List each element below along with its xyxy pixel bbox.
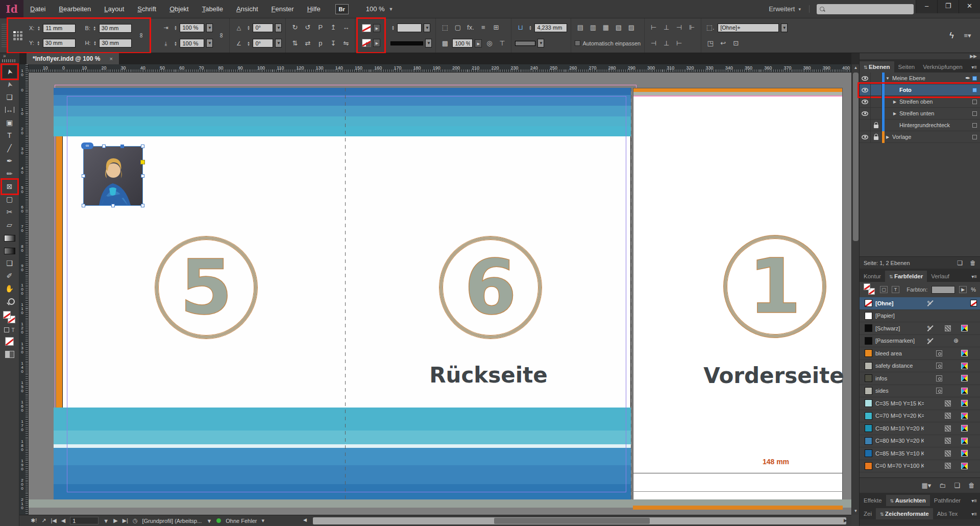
- lock-toggle[interactable]: [871, 108, 882, 119]
- fill-frame-icon[interactable]: ▤: [575, 22, 585, 33]
- tab-verknuepfungen[interactable]: Verknüpfungen: [919, 61, 966, 73]
- swatch-c0-70-100-0[interactable]: C=0 M=70 Y=100 K=0 ✎ ⊕: [860, 460, 980, 473]
- visibility-toggle[interactable]: [860, 119, 871, 131]
- swatch-passermarken[interactable]: [Passermarken] ✎ ⊕: [860, 335, 980, 348]
- search-box[interactable]: [817, 4, 914, 14]
- swatch-ohne[interactable]: [Ohne] ✎ ⊕: [860, 297, 980, 310]
- page-dropdown-icon[interactable]: ▼: [103, 518, 109, 524]
- visibility-toggle[interactable]: [860, 108, 871, 119]
- chevron-down-icon[interactable]: ▼: [206, 23, 213, 32]
- tab-farbfelder[interactable]: ⇅ Farbfelder: [885, 271, 927, 282]
- stroke-style-dropdown[interactable]: ▼: [425, 39, 432, 47]
- chevron-down-icon[interactable]: ▾: [261, 517, 264, 524]
- visibility-toggle[interactable]: [860, 96, 871, 108]
- selection-proxy[interactable]: [972, 135, 977, 139]
- last-page-icon[interactable]: ▶|: [122, 517, 128, 524]
- tab-ebenen[interactable]: ⇅ Ebenen: [860, 61, 894, 73]
- frame-style-icon[interactable]: ▢: [452, 22, 463, 33]
- placed-photo[interactable]: ∞: [84, 147, 142, 205]
- distribute-left-icon[interactable]: ⊣: [648, 38, 659, 49]
- rotation-field[interactable]: [253, 23, 273, 32]
- revert-icon[interactable]: ↩: [718, 38, 728, 49]
- scroll-down-icon[interactable]: ▼: [852, 508, 860, 515]
- corner-options-icon[interactable]: ⬚: [439, 22, 450, 33]
- swatch-sides[interactable]: sides ✎ ⊕: [860, 385, 980, 398]
- swatch-papier[interactable]: [Papier] ✎ ⊕: [860, 310, 980, 323]
- next-page-icon[interactable]: ▶: [113, 517, 117, 524]
- format-text-icon[interactable]: T: [11, 327, 14, 333]
- align-center-icon[interactable]: ⊥: [661, 22, 672, 33]
- layer-meine-ebene[interactable]: ▼ Meine Ebene ✒: [860, 73, 980, 84]
- menu-item[interactable]: Hilfe: [301, 0, 327, 18]
- fill-stroke-proxy[interactable]: [864, 283, 876, 296]
- panel-menu-icon[interactable]: ≡▾: [962, 31, 973, 41]
- swatch-c35-0-15-0[interactable]: C=35 M=0 Y=15 K=0 ✎ ⊕: [860, 397, 980, 410]
- share-icon[interactable]: ↗: [41, 517, 46, 524]
- quick-apply-icon[interactable]: ϟ: [946, 31, 957, 41]
- tab-zeichen-partial[interactable]: Zei: [860, 508, 876, 519]
- close-tab-icon[interactable]: ×: [109, 56, 112, 62]
- lock-toggle[interactable]: [871, 73, 882, 84]
- preflight-profile[interactable]: [Grundprofil] (Arbeitsp...: [142, 518, 202, 524]
- swatch-c85-35-10-15[interactable]: C=85 M=35 Y=10 K=15 ✎ ⊕: [860, 447, 980, 460]
- selection-handle[interactable]: [120, 145, 124, 148]
- apply-none-button[interactable]: [5, 337, 14, 346]
- selection-handle[interactable]: [141, 145, 144, 148]
- layer-streifen-oben[interactable]: ▶ Streifen oben ✒: [860, 96, 980, 108]
- format-text-icon[interactable]: T: [892, 286, 899, 293]
- y-field[interactable]: [43, 39, 76, 47]
- lock-toggle[interactable]: [871, 96, 882, 108]
- menu-item[interactable]: Datei: [23, 0, 52, 18]
- height-stepper[interactable]: ▴▾: [92, 40, 97, 45]
- fill-swatch[interactable]: [3, 311, 11, 319]
- scale-y-field[interactable]: [180, 39, 204, 47]
- swatch-c80-30-20-5[interactable]: C=80 M=30 Y=20 K=5 ✎ ⊕: [860, 435, 980, 448]
- new-layer-icon[interactable]: ❏: [957, 259, 963, 267]
- center-content-icon[interactable]: ▦: [600, 22, 611, 33]
- wrap-topbottom-icon[interactable]: ⊤: [497, 38, 507, 49]
- selection-proxy[interactable]: [972, 100, 977, 104]
- scale-x-field[interactable]: [180, 23, 204, 32]
- workspace-switcher[interactable]: Erweitert▾: [769, 5, 810, 13]
- zoom-tool[interactable]: [3, 295, 17, 308]
- tab-seiten[interactable]: Seiten: [894, 61, 919, 73]
- fill-menu-arrow-icon[interactable]: ▶: [373, 24, 380, 32]
- selection-tool[interactable]: ➤: [3, 65, 17, 78]
- expand-arrow-icon[interactable]: ▶: [885, 135, 891, 139]
- lock-toggle[interactable]: [871, 119, 882, 131]
- opacity-field[interactable]: [452, 39, 473, 47]
- flip-vertical-icon[interactable]: ⇅: [289, 38, 300, 49]
- fit-frame-icon[interactable]: ▧: [613, 22, 624, 33]
- menu-item[interactable]: Objekt: [163, 0, 195, 18]
- corner-stepper[interactable]: ▴▾: [528, 25, 532, 30]
- selection-handle[interactable]: [141, 174, 144, 178]
- pen-tool[interactable]: ✒: [3, 155, 17, 168]
- direct-selection-tool[interactable]: ➤: [3, 78, 17, 91]
- reference-point-proxy[interactable]: [12, 30, 23, 41]
- panel-menu-icon[interactable]: ▾≡: [968, 495, 980, 506]
- swatch-bleed-area[interactable]: bleed area ✎ ⊕: [860, 347, 980, 360]
- x-stepper[interactable]: ▴▾: [36, 26, 41, 31]
- restore-button[interactable]: ❐: [937, 0, 959, 13]
- autofit-checkbox[interactable]: [575, 40, 580, 46]
- lock-toggle[interactable]: [871, 131, 882, 143]
- constrain-proportions-icon[interactable]: ∞: [138, 32, 145, 40]
- delete-layer-icon[interactable]: 🗑: [970, 259, 976, 267]
- selection-handle[interactable]: [82, 174, 85, 178]
- stroke-none-swatch[interactable]: [362, 39, 371, 47]
- vertical-scrollbar[interactable]: ▲ ▼: [851, 64, 859, 515]
- stroke-menu-arrow-icon[interactable]: ▶: [373, 39, 380, 47]
- stroke-weight-field[interactable]: [397, 23, 422, 32]
- tab-ausrichten[interactable]: ⇅ Ausrichten: [886, 495, 930, 506]
- expand-arrow-icon[interactable]: ▶: [892, 100, 898, 104]
- selection-handle[interactable]: [141, 204, 144, 207]
- rectangle-frame-tool[interactable]: ⊠: [3, 180, 17, 193]
- visibility-toggle[interactable]: [860, 131, 871, 143]
- menu-item[interactable]: Schrift: [131, 0, 163, 18]
- scroll-left-icon[interactable]: ◀: [303, 517, 307, 522]
- visibility-toggle[interactable]: [860, 73, 871, 84]
- panel-grip[interactable]: [2, 22, 8, 49]
- distribute-tree-icon[interactable]: ⇋: [340, 38, 351, 49]
- new-group-icon[interactable]: 🗀: [939, 482, 946, 489]
- wrap-none-icon[interactable]: ≡: [478, 22, 488, 33]
